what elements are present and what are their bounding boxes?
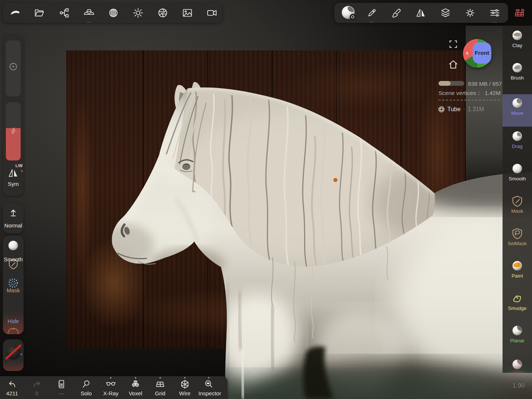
tool-paint[interactable]: Paint <box>503 257 532 289</box>
object-name: Tube <box>447 106 461 113</box>
brush-cursor-dot <box>334 178 338 182</box>
topbar-files: ... <box>3 3 222 23</box>
symmetry-icon[interactable] <box>412 4 429 21</box>
app-logo[interactable] <box>7 4 24 21</box>
normal-label: Normal <box>3 222 24 229</box>
background-image-icon[interactable] <box>179 4 196 21</box>
layers-icon[interactable] <box>437 4 454 21</box>
app-version: 1.90 <box>512 382 525 389</box>
undo-button[interactable]: 4211 <box>2 379 22 396</box>
inspector-button[interactable]: ▴ Inspector <box>198 379 219 396</box>
mesh-sphere-icon <box>438 106 445 113</box>
stroke-settings-panel: L/W ▸ Sym <box>3 35 24 196</box>
orientation-gizmo[interactable]: Front ft <box>463 39 492 68</box>
quick-tools-panel: Smooth Mask Hide <box>3 236 24 334</box>
radius-slider[interactable] <box>6 40 21 96</box>
wire-button[interactable]: ▴ Wire <box>175 379 195 396</box>
gizmo-front-label: Front <box>475 50 489 56</box>
files-icon[interactable] <box>31 4 48 21</box>
intensity-slider[interactable] <box>6 102 21 160</box>
selected-object-row[interactable]: Tube · 1.31M <box>438 106 484 113</box>
scene-graph-icon[interactable] <box>56 4 73 21</box>
hide-quick-label: Hide <box>3 318 24 324</box>
normal-arrow-icon <box>8 208 19 219</box>
panel-fade <box>3 360 24 371</box>
material-sphere-button[interactable] <box>339 4 358 22</box>
redo-count: 0 <box>27 390 47 396</box>
falloff-normal-panel[interactable]: Normal <box>3 203 24 233</box>
alpha-expand-arrow[interactable]: ▸ <box>21 352 22 356</box>
bake-more-dots: ... <box>81 19 98 23</box>
symmetry-toggle-icon[interactable] <box>8 168 19 178</box>
material-matcap-icon[interactable] <box>105 4 122 21</box>
history-button[interactable]: ... <box>51 379 72 395</box>
sym-expand-arrow[interactable]: ▸ <box>21 169 23 173</box>
tool-smudge[interactable]: Smudge <box>503 289 532 322</box>
tool-brush[interactable]: Brush <box>503 59 532 91</box>
xray-button[interactable]: ▴ X-Ray <box>101 379 121 396</box>
tool-drag[interactable]: Drag <box>503 127 532 160</box>
scene-vertices-text: Scene vertices： 1.42M <box>438 89 501 97</box>
tool-selmask[interactable]: SelMask <box>503 225 532 257</box>
alpha-selector-panel[interactable]: ▸ <box>3 339 24 371</box>
home-icon[interactable] <box>448 59 458 70</box>
grid-caret[interactable]: ▴ <box>150 375 170 379</box>
postprocess-icon[interactable] <box>154 4 171 21</box>
wire-caret[interactable]: ▴ <box>175 375 195 379</box>
stroke-more-dots: ... <box>363 19 380 23</box>
tool-clay[interactable]: Clay <box>503 27 532 59</box>
history-more: ... <box>51 390 72 395</box>
solo-button[interactable]: Solo <box>76 379 96 396</box>
redo-button[interactable]: 0 <box>27 379 47 396</box>
tool-mask[interactable]: Mask <box>503 192 532 225</box>
voxel-caret[interactable]: ▴ <box>125 375 146 379</box>
memory-usage-text: 838 MB / 857 MB <box>468 81 503 87</box>
tool-planar[interactable]: Planar <box>503 322 532 354</box>
tool-palette: Clay Brush Move Drag Smooth Mask SelMask… <box>503 26 532 373</box>
interface-more-dots: ... <box>486 19 503 23</box>
inspector-caret[interactable]: ▴ <box>198 375 219 379</box>
memory-usage-bar <box>438 81 464 86</box>
topbar-tools: ... ... <box>334 3 508 23</box>
paint-brush-icon[interactable] <box>388 4 405 21</box>
radius-icon <box>8 62 18 71</box>
grid-button[interactable]: ▴ Grid <box>150 379 170 396</box>
tool-smooth[interactable]: Smooth <box>503 160 532 192</box>
xray-caret[interactable]: ▴ <box>101 375 121 379</box>
object-bullet: · <box>463 106 465 113</box>
gizmo-left-label: ft <box>466 51 468 56</box>
panel-bottom-tint <box>503 363 532 373</box>
scene-vertices-label: Scene vertices： <box>438 90 482 96</box>
camera-icon[interactable] <box>204 4 221 21</box>
settings-gear-icon[interactable] <box>462 4 479 21</box>
sym-label: Sym <box>3 181 24 187</box>
scene-vertices-value: 1.42M <box>485 90 500 96</box>
intensity-bolt-icon <box>8 126 18 135</box>
lighting-icon[interactable] <box>130 4 147 21</box>
voxel-button[interactable]: ▴ Voxel <box>125 379 146 396</box>
sym-modifier-label: L/W <box>15 163 22 168</box>
gizmo-tool-partial-icon[interactable] <box>6 328 21 334</box>
mask-quick-label: Mask <box>3 287 24 293</box>
smooth-quick-label: Smooth <box>3 256 24 262</box>
tool-move[interactable]: Move <box>503 94 532 127</box>
alpha-none-icon <box>4 343 22 361</box>
toolbox-icon[interactable] <box>511 4 528 21</box>
overlay-separator <box>438 100 500 100</box>
smooth-quick-icon[interactable] <box>7 239 20 252</box>
bottom-toolbar: 4211 0 ... Solo ▴ X-Ray ▴ Voxel ▴ Grid ▴… <box>0 376 228 399</box>
fullscreen-icon[interactable] <box>449 40 458 49</box>
undo-count: 4211 <box>2 390 22 396</box>
object-vertex-count: 1.31M <box>468 106 484 113</box>
